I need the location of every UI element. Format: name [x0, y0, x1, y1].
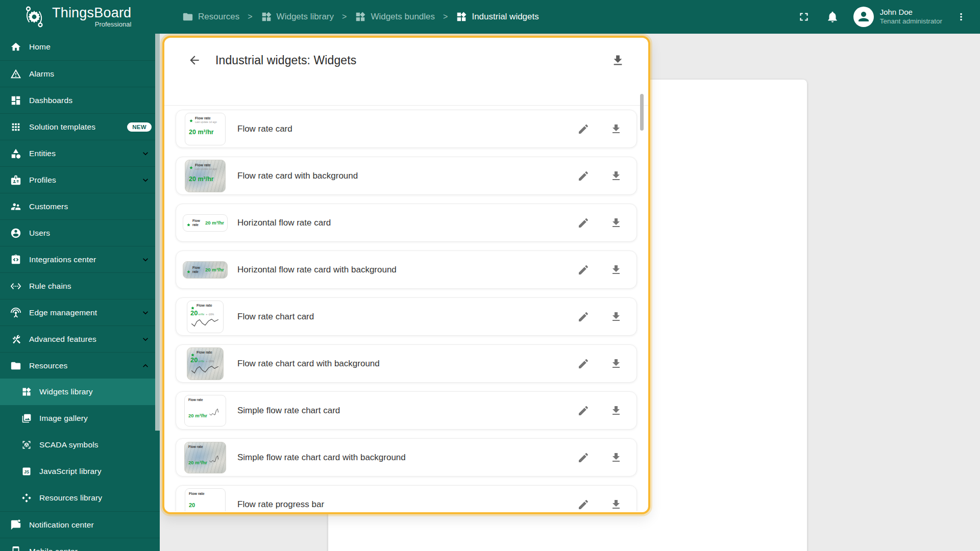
breadcrumb-item-widgets-library[interactable]: Widgets library [261, 11, 334, 22]
more-menu-button[interactable] [955, 10, 967, 23]
sidebar-item-mobile-center[interactable]: Mobile center [0, 538, 160, 551]
sidebar-item-widgets-library[interactable]: Widgets library [0, 379, 160, 405]
sidebar-item-label: SCADA symbols [39, 440, 99, 449]
edit-widget-button[interactable] [577, 405, 590, 417]
avatar[interactable] [853, 7, 874, 27]
widget-row[interactable]: Flow rateLast update 1d ago20 m³/hrFlow … [176, 110, 637, 148]
widget-thumbnail-box: Flow rateLast update 1d ago20 m³/hr [181, 160, 229, 192]
resources-library-icon [21, 493, 32, 503]
user-role: Tenant administrator [880, 17, 942, 26]
edit-icon [577, 364, 590, 371]
download-icon [610, 505, 622, 512]
sidebar-item-entities[interactable]: Entities [0, 140, 160, 166]
sparkline-chart [190, 317, 220, 328]
fullscreen-button[interactable] [797, 10, 811, 23]
user-menu[interactable]: John Doe Tenant administrator [853, 7, 942, 27]
widget-row[interactable]: Flow rateLast update 1d ago20 m³/hrFlow … [176, 157, 637, 195]
download-bundle-button[interactable] [611, 54, 625, 67]
edit-icon [577, 458, 590, 465]
widget-thumbnail-box: Flow rate20 [181, 488, 229, 512]
edit-widget-button[interactable] [577, 170, 590, 182]
download-widget-button[interactable] [610, 123, 622, 135]
download-widget-button[interactable] [610, 170, 622, 182]
user-info: John Doe Tenant administrator [880, 8, 942, 26]
chevron-down-icon [140, 255, 151, 265]
notifications-button[interactable] [826, 10, 839, 23]
breadcrumb-separator: > [248, 12, 252, 21]
sidebar-item-notification-center[interactable]: Notification center [0, 511, 160, 538]
edit-widget-button[interactable] [577, 264, 590, 276]
download-widget-button[interactable] [610, 452, 622, 464]
edit-widget-button[interactable] [577, 498, 590, 511]
sidebar-item-solution-templates[interactable]: Solution templatesNEW [0, 113, 160, 140]
sidebar-item-home[interactable]: Home [0, 34, 160, 60]
download-widget-button[interactable] [610, 311, 622, 323]
sidebar-item-rule-chains[interactable]: Rule chains [0, 272, 160, 299]
sidebar-item-users[interactable]: Users [0, 219, 160, 246]
widget-thumbnail: Flow rate20 m³/hr [184, 442, 226, 473]
flow-icon [186, 220, 191, 225]
widget-row[interactable]: Flow rate20 m³/hrSimple flow rate chart … [176, 438, 637, 477]
users-icon [10, 228, 21, 239]
sidebar-item-resources-library[interactable]: Resources library [0, 485, 160, 511]
widget-title: Flow rate chart card with background [237, 359, 557, 369]
sidebar-item-integrations-center[interactable]: Integrations center [0, 246, 160, 272]
sidebar-item-label: Resources [29, 361, 67, 370]
sidebar-item-label: Alarms [29, 69, 54, 79]
widget-actions [557, 498, 622, 511]
widget-row[interactable]: Flow rate20m³/hr+ -16%Flow rate chart ca… [176, 297, 637, 336]
sidebar-item-scada-symbols[interactable]: SCADA symbols [0, 432, 160, 458]
download-widget-button[interactable] [610, 358, 622, 370]
app-root: ThingsBoard Professional Resources>Widge… [0, 0, 980, 551]
download-widget-button[interactable] [610, 264, 622, 276]
edit-widget-button[interactable] [577, 452, 590, 464]
download-widget-button[interactable] [610, 217, 622, 229]
download-icon [610, 364, 622, 371]
edit-widget-button[interactable] [577, 217, 590, 229]
widget-thumbnail: Flow rateLast update 1d ago20 m³/hr [185, 160, 226, 192]
widget-row[interactable]: Flow rate20 m³/hrHorizontal flow rate ca… [176, 251, 637, 289]
edit-widget-button[interactable] [577, 358, 590, 370]
sidebar-item-alarms[interactable]: Alarms [0, 60, 160, 87]
profiles-icon [10, 174, 21, 186]
panel-scrollbar-thumb[interactable] [640, 94, 644, 131]
folder-icon [10, 360, 21, 371]
widget-row[interactable]: Flow rate20 m³/hrHorizontal flow rate ca… [176, 204, 637, 242]
breadcrumb-item-resources[interactable]: Resources [182, 11, 239, 22]
user-name: John Doe [880, 8, 942, 17]
sidebar-item-label: Widgets library [39, 387, 93, 396]
sidebar-item-edge-management[interactable]: Edge management [0, 299, 160, 325]
widget-thumbnail: Flow rateLast update 1d ago20 m³/hr [185, 113, 226, 145]
back-button[interactable] [188, 54, 201, 67]
edit-icon [577, 270, 590, 278]
sidebar-item-javascript-library[interactable]: JSJavaScript library [0, 458, 160, 485]
sidebar-scrollbar-thumb[interactable] [155, 34, 160, 431]
sidebar-item-label: Dashboards [29, 96, 72, 105]
download-widget-button[interactable] [610, 498, 622, 511]
sidebar-item-dashboards[interactable]: Dashboards [0, 87, 160, 113]
widget-row[interactable]: Flow rate20Flow rate progress bar [176, 485, 637, 511]
widget-thumbnail: Flow rate20 m³/hr [183, 261, 228, 279]
sidebar-item-customers[interactable]: Customers [0, 193, 160, 219]
breadcrumb-item-widgets-bundles[interactable]: Widgets bundles [355, 11, 435, 22]
sidebar-item-profiles[interactable]: Profiles [0, 166, 160, 193]
sidebar-item-image-gallery[interactable]: Image gallery [0, 405, 160, 432]
edit-widget-button[interactable] [577, 311, 590, 323]
download-widget-button[interactable] [610, 405, 622, 417]
fullscreen-icon [797, 17, 811, 25]
breadcrumb-separator: > [342, 12, 347, 21]
sidebar-submenu: Widgets libraryImage gallerySCADA symbol… [0, 379, 160, 511]
svg-text:JS: JS [24, 469, 30, 474]
edit-widget-button[interactable] [577, 123, 590, 135]
sidebar-item-label: Integrations center [29, 255, 96, 264]
widget-row[interactable]: Flow rate20 m³/hrSimple flow rate chart … [176, 391, 637, 430]
widget-title: Simple flow rate chart card with backgro… [237, 453, 557, 463]
chevron-down-icon [140, 334, 151, 344]
widget-thumbnail: Flow rate20 [185, 488, 226, 512]
panel-header: Industrial widgets: Widgets [164, 38, 648, 105]
widget-row[interactable]: Flow rate20m³/hr+ -16%Flow rate chart ca… [176, 344, 637, 383]
sidebar-item-advanced-features[interactable]: Advanced features [0, 325, 160, 352]
sparkline-chart [190, 364, 220, 374]
sidebar-item-resources[interactable]: Resources [0, 352, 160, 379]
logo[interactable]: ThingsBoard Professional [0, 5, 160, 29]
